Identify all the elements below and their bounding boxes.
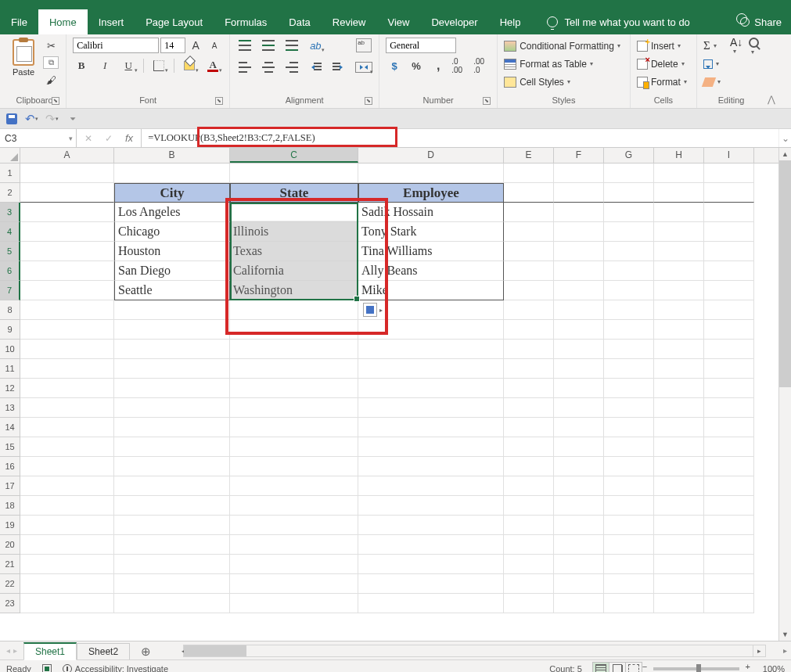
- cell-A1[interactable]: [20, 164, 114, 183]
- cell-D15[interactable]: [358, 437, 504, 457]
- cell-E15[interactable]: [504, 437, 554, 457]
- cell-C9[interactable]: [230, 320, 358, 340]
- align-center-button[interactable]: [260, 59, 277, 75]
- cell-I15[interactable]: [704, 437, 754, 457]
- align-right-button[interactable]: [283, 59, 300, 75]
- cell-I13[interactable]: [704, 398, 754, 418]
- cell-D10[interactable]: [358, 340, 504, 359]
- insert-function-button[interactable]: fx: [125, 132, 133, 144]
- zoom-slider[interactable]: [653, 667, 739, 670]
- column-header-c[interactable]: C: [230, 148, 358, 163]
- cell-B11[interactable]: [114, 359, 230, 379]
- row-header-3[interactable]: 3: [0, 203, 20, 222]
- cell-C10[interactable]: [230, 340, 358, 359]
- cell-B1[interactable]: [114, 164, 230, 183]
- accessibility-status[interactable]: Accessibility: Investigate: [63, 664, 168, 673]
- row-header-5[interactable]: 5: [0, 242, 20, 261]
- cell-D23[interactable]: [358, 594, 504, 613]
- cell-E8[interactable]: [504, 300, 554, 320]
- cell-styles-button[interactable]: Cell Styles ▾: [504, 74, 573, 90]
- cell-I9[interactable]: [704, 320, 754, 340]
- cell-H6[interactable]: [654, 261, 704, 281]
- cell-B2[interactable]: City: [114, 183, 230, 203]
- tab-help[interactable]: Help: [489, 9, 532, 34]
- tab-review[interactable]: Review: [322, 9, 377, 34]
- vscroll-thumb[interactable]: [779, 160, 791, 387]
- cell-B6[interactable]: San Diego: [114, 261, 230, 281]
- cell-I6[interactable]: [704, 261, 754, 281]
- font-color-button[interactable]: A▾: [204, 58, 221, 74]
- cell-A20[interactable]: [20, 535, 114, 555]
- row-header-18[interactable]: 18: [0, 496, 20, 516]
- name-box[interactable]: C3: [0, 129, 77, 147]
- cell-H15[interactable]: [654, 437, 704, 457]
- cell-C23[interactable]: [230, 594, 358, 613]
- cell-H12[interactable]: [654, 379, 704, 398]
- cell-A17[interactable]: [20, 476, 114, 496]
- cell-F2[interactable]: [554, 183, 604, 203]
- cell-F22[interactable]: [554, 574, 604, 594]
- cell-G20[interactable]: [604, 535, 654, 555]
- cell-D1[interactable]: [358, 164, 504, 183]
- align-left-button[interactable]: [236, 59, 253, 75]
- row-header-20[interactable]: 20: [0, 535, 20, 555]
- cell-B18[interactable]: [114, 496, 230, 516]
- view-normal-button[interactable]: [592, 662, 609, 673]
- sheet-tab-sheet2[interactable]: Sheet2: [77, 643, 130, 659]
- cell-G15[interactable]: [604, 437, 654, 457]
- cell-B9[interactable]: [114, 320, 230, 340]
- align-top-button[interactable]: [236, 38, 253, 53]
- font-name-combo[interactable]: [73, 38, 159, 53]
- cell-F10[interactable]: [554, 340, 604, 359]
- cell-B19[interactable]: [114, 516, 230, 535]
- cell-H18[interactable]: [654, 496, 704, 516]
- autosum-button[interactable]: Σ▾: [703, 38, 724, 54]
- cell-G19[interactable]: [604, 516, 654, 535]
- cell-A3[interactable]: [20, 203, 114, 222]
- cell-H3[interactable]: [654, 203, 704, 222]
- cell-G10[interactable]: [604, 340, 654, 359]
- cell-C17[interactable]: [230, 476, 358, 496]
- tab-home[interactable]: Home: [38, 9, 88, 34]
- cell-F23[interactable]: [554, 594, 604, 613]
- row-header-21[interactable]: 21: [0, 555, 20, 574]
- cell-H19[interactable]: [654, 516, 704, 535]
- row-header-7[interactable]: 7: [0, 281, 20, 300]
- cell-A22[interactable]: [20, 574, 114, 594]
- cell-G5[interactable]: [604, 242, 654, 261]
- cell-F15[interactable]: [554, 437, 604, 457]
- row-header-4[interactable]: 4: [0, 222, 20, 242]
- view-page-break-button[interactable]: [625, 662, 642, 673]
- cell-A23[interactable]: [20, 594, 114, 613]
- row-header-19[interactable]: 19: [0, 516, 20, 535]
- redo-button[interactable]: ↷▾: [45, 112, 59, 126]
- cell-G11[interactable]: [604, 359, 654, 379]
- cell-D22[interactable]: [358, 574, 504, 594]
- zoom-level[interactable]: 100%: [763, 664, 785, 673]
- cell-A2[interactable]: [20, 183, 114, 203]
- cell-D12[interactable]: [358, 379, 504, 398]
- clear-button[interactable]: ▾: [703, 74, 724, 90]
- tab-data[interactable]: Data: [278, 9, 321, 34]
- cell-A19[interactable]: [20, 516, 114, 535]
- column-header-i[interactable]: I: [704, 148, 754, 163]
- merge-center-button[interactable]: ▾: [355, 59, 372, 75]
- cell-C4[interactable]: Illinois: [230, 222, 358, 242]
- cell-F9[interactable]: [554, 320, 604, 340]
- cell-B15[interactable]: [114, 437, 230, 457]
- orientation-button[interactable]: ab▾: [307, 38, 324, 53]
- column-header-f[interactable]: F: [554, 148, 604, 163]
- horizontal-scrollbar[interactable]: ◂ ▸: [183, 645, 766, 657]
- cell-H13[interactable]: [654, 398, 704, 418]
- cell-G14[interactable]: [604, 418, 654, 437]
- tab-formulas[interactable]: Formulas: [214, 9, 278, 34]
- row-header-1[interactable]: 1: [0, 164, 20, 183]
- cell-D18[interactable]: [358, 496, 504, 516]
- cell-H8[interactable]: [654, 300, 704, 320]
- cell-C12[interactable]: [230, 379, 358, 398]
- column-header-g[interactable]: G: [604, 148, 654, 163]
- cell-H16[interactable]: [654, 457, 704, 476]
- cell-E4[interactable]: [504, 222, 554, 242]
- cell-E9[interactable]: [504, 320, 554, 340]
- sheet-tab-sheet1[interactable]: Sheet1: [23, 642, 77, 660]
